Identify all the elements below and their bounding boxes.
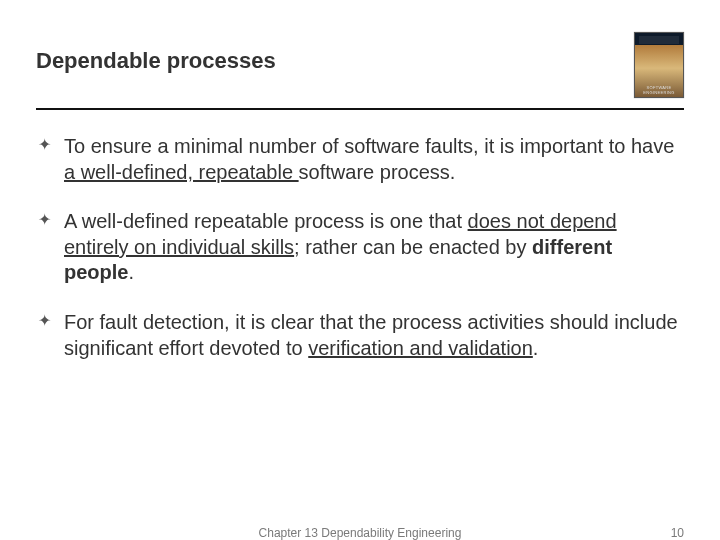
bullet-underline: a well-defined, repeatable xyxy=(64,161,299,183)
bullet-text: . xyxy=(128,261,134,283)
book-cover-thumbnail: SOFTWARE ENGINEERING xyxy=(634,32,684,98)
footer-page-number: 10 xyxy=(671,526,684,540)
bullet-text: ; rather can be enacted by xyxy=(294,236,532,258)
slide: Dependable processes SOFTWARE ENGINEERIN… xyxy=(0,0,720,540)
slide-title: Dependable processes xyxy=(36,48,276,74)
header-row: Dependable processes SOFTWARE ENGINEERIN… xyxy=(36,32,684,98)
header-divider xyxy=(36,108,684,110)
bullet-text: . xyxy=(533,337,539,359)
bullet-underline: verification and validation xyxy=(308,337,533,359)
bullet-text: To ensure a minimal number of software f… xyxy=(64,135,674,157)
bullet-list: To ensure a minimal number of software f… xyxy=(36,134,684,361)
footer-chapter: Chapter 13 Dependability Engineering xyxy=(259,526,462,540)
bullet-item: To ensure a minimal number of software f… xyxy=(36,134,684,185)
bullet-item: For fault detection, it is clear that th… xyxy=(36,310,684,361)
bullet-item: A well-defined repeatable process is one… xyxy=(36,209,684,286)
book-cover-label: SOFTWARE ENGINEERING xyxy=(635,85,683,95)
bullet-text: A well-defined repeatable process is one… xyxy=(64,210,468,232)
bullet-text: software process. xyxy=(299,161,456,183)
